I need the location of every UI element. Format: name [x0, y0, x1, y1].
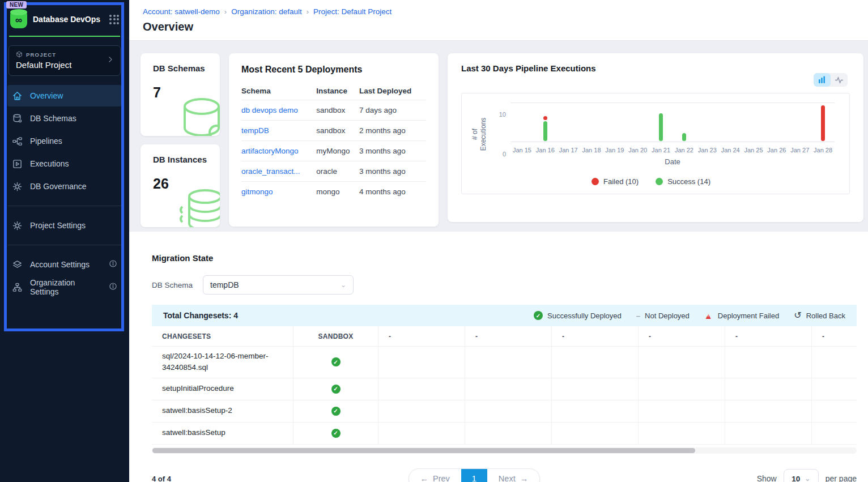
changeset-row: satwell:basisSetup-2 ✓ — [152, 400, 857, 423]
total-changesets-label: Total Changesets: 4 — [163, 311, 238, 320]
horizontal-scrollbar[interactable] — [152, 447, 857, 454]
x-tick-label: Jan 28 — [811, 147, 835, 153]
sidebar-item-account-settings[interactable]: Account Settings — [7, 254, 122, 275]
current-page-button[interactable]: 1 — [461, 469, 487, 482]
pagination: 4 of 4 ← Prev 1 Next → — [152, 468, 857, 482]
page-title: Overview — [143, 20, 854, 33]
breadcrumb: Account: satwell-demo › Organization: de… — [143, 7, 854, 16]
x-tick-label: Jan 20 — [626, 147, 649, 153]
col-sandbox: SANDBOX — [293, 326, 378, 346]
pipeline-icon — [12, 136, 23, 147]
org-chart-gear-icon — [12, 282, 23, 293]
new-badge: NEW — [6, 1, 27, 8]
chart-bar-slot — [649, 103, 673, 142]
x-tick-label: Jan 18 — [580, 147, 603, 153]
changeset-row: setupInitialProcedure ✓ — [152, 378, 857, 400]
legend-item: Success (14) — [656, 177, 710, 186]
changeset-name: satwell:basisSetup-2 — [152, 400, 293, 422]
main-content: Account: satwell-demo › Organization: de… — [129, 0, 868, 482]
chart-bar-slot — [603, 103, 626, 142]
y-tick-labels: 10 0 — [491, 114, 506, 154]
y-tick: 0 — [503, 151, 506, 157]
legend-item: ↺ Rolled Back — [794, 311, 845, 320]
legend-item: ▲! Deployment Failed — [704, 312, 779, 320]
chart-bar-slot — [765, 103, 788, 142]
table-row: db devops demo sandbox 7 days ago — [241, 100, 426, 121]
sidebar-item-overview[interactable]: Overview — [7, 85, 122, 106]
sidebar-item-organization-settings[interactable]: Organization Settings — [7, 276, 122, 298]
schema-link[interactable]: tempDB — [241, 126, 269, 135]
chevron-down-icon: ⌄ — [805, 475, 810, 482]
db-schemas-stat-card: DB Schemas 7 — [141, 53, 220, 136]
schema-link[interactable]: gitmongo — [241, 187, 273, 196]
bar-segment — [543, 116, 547, 120]
legend-item: – Not Deployed — [636, 312, 690, 320]
db-schema-label: DB Schema — [152, 281, 193, 289]
stats-column: DB Schemas 7 DB Instances 26 — [141, 53, 220, 227]
changeset-name: sql/2024-10-14-12-06-member-34240854.sql — [152, 347, 293, 378]
home-icon — [12, 91, 23, 101]
x-tick-label: Jan 23 — [696, 147, 719, 153]
page-header: Account: satwell-demo › Organization: de… — [129, 0, 868, 41]
chart-bar-slot — [811, 103, 835, 142]
sidebar-item-pipelines[interactable]: Pipelines — [7, 130, 122, 152]
x-axis-label: Date — [510, 157, 835, 166]
breadcrumb-organization-link[interactable]: Organization: default — [231, 7, 302, 16]
card-title: Last 30 Days Pipeline Executions — [461, 63, 850, 73]
prev-page-button[interactable]: ← Prev — [409, 469, 461, 482]
x-tick-label: Jan 19 — [603, 147, 626, 153]
breadcrumb-account-link[interactable]: Account: satwell-demo — [143, 7, 220, 16]
sidebar-nav: Overview DB Schemas Pipelines Executions — [0, 85, 129, 298]
chevron-down-icon: ⌄ — [341, 281, 346, 289]
bar-segment — [682, 133, 686, 141]
bar-segment — [659, 113, 663, 141]
chevron-separator: › — [224, 7, 227, 16]
dash-icon: – — [636, 312, 640, 320]
chart-bar-slot — [788, 103, 811, 142]
bar-chart-toggle[interactable] — [814, 73, 831, 87]
sidebar-item-db-schemas[interactable]: DB Schemas — [7, 108, 122, 129]
x-tick-label: Jan 17 — [557, 147, 580, 153]
sidebar-item-db-governance[interactable]: DB Governance — [7, 176, 122, 197]
schema-link[interactable]: oracle_transact... — [241, 167, 300, 176]
sidebar-item-project-settings[interactable]: Project Settings — [7, 215, 122, 236]
x-tick-label: Jan 26 — [765, 147, 788, 153]
pipeline-executions-card: Last 30 Days Pipeline Executions # of Ex — [448, 53, 863, 222]
info-icon[interactable] — [109, 282, 117, 292]
x-tick-label: Jan 25 — [742, 147, 765, 153]
success-icon: ✓ — [331, 407, 341, 416]
bar-segment — [821, 105, 825, 141]
scrollbar-thumb[interactable] — [152, 448, 695, 453]
x-tick-label: Jan 16 — [534, 147, 557, 153]
arrow-right-icon: → — [520, 474, 529, 482]
schema-link[interactable]: db devops demo — [241, 106, 298, 114]
chart-type-toggle — [814, 73, 848, 87]
y-axis: # of Executions 10 0 — [467, 103, 510, 166]
table-row: gitmongo mongo 4 months ago — [241, 182, 426, 202]
line-chart-toggle[interactable] — [831, 73, 848, 87]
project-selector[interactable]: PROJECT Default Project — [8, 45, 121, 76]
schema-link[interactable]: artifactoryMongo — [241, 147, 299, 155]
x-tick-label: Jan 22 — [673, 147, 696, 153]
breadcrumb-project-link[interactable]: Project: Default Project — [313, 7, 392, 16]
changeset-row: sql/2024-10-14-12-06-member-34240854.sql… — [152, 347, 857, 378]
legend-item: Failed (10) — [592, 177, 639, 186]
col-instance: Instance — [316, 82, 359, 100]
sidebar-item-executions[interactable]: Executions — [7, 153, 122, 174]
status-legend: ✓ Successfully Deployed – Not Deployed ▲… — [534, 311, 845, 320]
arrow-left-icon: ← — [420, 474, 429, 482]
db-schema-select[interactable]: tempDB ⌄ — [203, 275, 354, 295]
total-changesets-bar: Total Changesets: 4 ✓ Successfully Deplo… — [152, 305, 857, 326]
y-axis-label: # of Executions — [471, 113, 488, 155]
show-label: Show — [757, 474, 777, 482]
info-icon[interactable] — [109, 259, 117, 270]
app-grid-icon[interactable] — [109, 15, 119, 24]
stat-label: DB Schemas — [153, 63, 220, 73]
page-size-select[interactable]: 10 ⌄ — [784, 469, 819, 482]
next-page-button[interactable]: Next → — [487, 469, 539, 482]
chart-bar-slot — [626, 103, 649, 142]
bar-chart-icon — [818, 76, 827, 84]
x-tick-label: Jan 21 — [649, 147, 673, 153]
gear-icon — [12, 181, 23, 192]
cube-icon — [16, 51, 23, 58]
